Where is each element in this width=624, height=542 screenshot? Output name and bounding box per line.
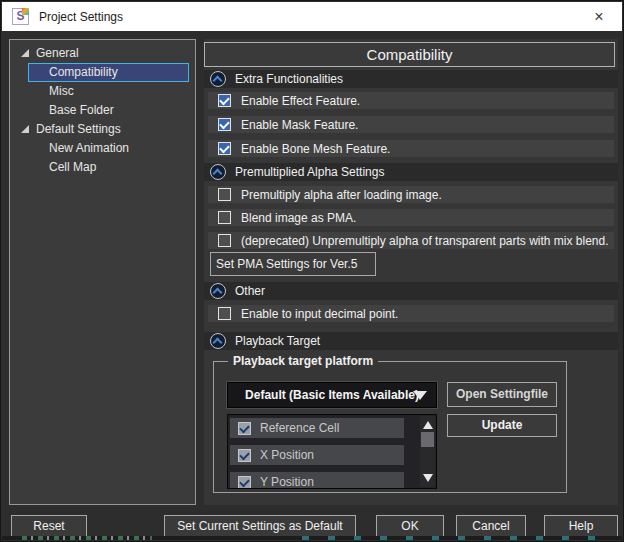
tree-item-compatibility[interactable]: Compatibility <box>10 63 195 82</box>
collapse-chevron-icon[interactable] <box>210 71 226 87</box>
list-scrollbar[interactable] <box>420 416 435 487</box>
list-item[interactable]: Y Position <box>230 472 404 489</box>
help-button[interactable]: Help <box>544 515 618 537</box>
section-header-pma[interactable]: Premultiplied Alpha Settings <box>204 163 618 181</box>
list-item-label: Y Position <box>260 475 314 489</box>
section-title: Other <box>235 284 265 298</box>
tree-item-general[interactable]: General <box>10 44 195 63</box>
settings-tree: General Compatibility Misc Base Folder D… <box>9 39 196 505</box>
checkbox-label: Enable Effect Feature. <box>241 94 360 108</box>
tree-item-label: Default Settings <box>36 120 121 139</box>
checkbox-label: Enable to input decimal point. <box>241 307 398 321</box>
tree-item-default-settings[interactable]: Default Settings <box>10 120 195 139</box>
tree-item-new-animation[interactable]: New Animation <box>10 139 195 158</box>
scroll-up-icon[interactable] <box>423 421 433 429</box>
collapse-chevron-icon[interactable] <box>210 164 226 180</box>
list-item-label: Reference Cell <box>260 421 339 435</box>
checkbox-enable-bone-mesh[interactable] <box>218 142 231 155</box>
tree-item-cell-map[interactable]: Cell Map <box>10 158 195 177</box>
tree-item-label: Misc <box>49 82 74 101</box>
tree-item-label: Cell Map <box>49 158 96 177</box>
checkbox-unpremultiply-deprecated[interactable] <box>218 234 231 247</box>
list-item[interactable]: Reference Cell <box>230 418 404 438</box>
checkbox-row-enable-mask: Enable Mask Feature. <box>208 116 614 133</box>
tree-item-label: Base Folder <box>49 101 114 120</box>
scrollbar-thumb[interactable] <box>421 432 434 447</box>
set-pma-settings-button[interactable]: Set PMA Settings for Ver.5 com... <box>210 252 376 276</box>
checkbox-row-premultiply-alpha: Premultiply alpha after loading image. <box>208 186 614 203</box>
tree-item-label: General <box>36 44 79 63</box>
checkbox-enable-mask[interactable] <box>218 118 231 131</box>
section-header-playback-target[interactable]: Playback Target <box>204 332 618 350</box>
close-icon[interactable]: × <box>583 4 615 30</box>
tree-item-label: New Animation <box>49 139 129 158</box>
checkbox-row-decimal-point: Enable to input decimal point. <box>208 305 614 322</box>
reset-button[interactable]: Reset <box>11 515 87 537</box>
set-current-settings-as-default-button[interactable]: Set Current Settings as Default <box>164 515 356 537</box>
collapse-chevron-icon[interactable] <box>210 333 226 349</box>
checkbox-label: Enable Mask Feature. <box>241 118 358 132</box>
checkbox-row-enable-bone-mesh: Enable Bone Mesh Feature. <box>208 140 614 157</box>
background-app-pixels <box>22 536 152 540</box>
window-title: Project Settings <box>39 10 123 24</box>
tree-item-base-folder[interactable]: Base Folder <box>10 101 195 120</box>
page-title: Compatibility <box>204 42 615 67</box>
section-title: Extra Functionalities <box>235 72 343 86</box>
checkbox-row-enable-effect: Enable Effect Feature. <box>208 92 614 109</box>
playback-attributes-list[interactable]: Reference Cell X Position Y Position <box>227 414 437 489</box>
dropdown-value: Default (Basic Items Available) <box>245 388 419 402</box>
background-app-pixels <box>302 536 612 540</box>
list-item-label: X Position <box>260 448 314 462</box>
selected-highlight[interactable]: Compatibility <box>28 63 189 82</box>
tree-item-misc[interactable]: Misc <box>10 82 195 101</box>
title-bar: S Project Settings × <box>2 2 622 31</box>
checkbox-reference-cell <box>238 422 251 435</box>
checkbox-row-blend-as-pma: Blend image as PMA. <box>208 209 614 226</box>
update-button[interactable]: Update <box>447 414 557 437</box>
checkbox-label: Premultiply alpha after loading image. <box>241 188 442 202</box>
checkbox-row-unpremultiply-deprecated: (deprecated) Unpremultiply alpha of tran… <box>208 232 614 249</box>
app-logo-icon: S <box>12 8 29 25</box>
collapse-chevron-icon[interactable] <box>210 283 226 299</box>
scroll-down-icon[interactable] <box>423 474 433 482</box>
checkbox-label: (deprecated) Unpremultiply alpha of tran… <box>241 234 609 248</box>
checkbox-label: Enable Bone Mesh Feature. <box>241 142 390 156</box>
checkbox-y-position <box>238 476 251 489</box>
background-app-sliver <box>2 536 622 540</box>
playback-target-platform-groupbox: Playback target platform Default (Basic … <box>213 361 567 493</box>
section-header-other[interactable]: Other <box>204 282 618 300</box>
groupbox-label: Playback target platform <box>228 354 378 369</box>
list-item[interactable]: X Position <box>230 445 404 465</box>
platform-dropdown[interactable]: Default (Basic Items Available) <box>227 382 437 408</box>
tree-item-label: Compatibility <box>49 64 118 81</box>
checkbox-premultiply-alpha[interactable] <box>218 188 231 201</box>
cancel-button[interactable]: Cancel <box>456 515 526 537</box>
section-title: Playback Target <box>235 334 320 348</box>
open-settingfile-button[interactable]: Open Settingfile <box>447 382 557 407</box>
checkbox-label: Blend image as PMA. <box>241 211 356 225</box>
settings-panel: Compatibility Extra Functionalities Enab… <box>204 39 618 505</box>
checkbox-decimal-point[interactable] <box>218 307 231 320</box>
section-header-extra-functionalities[interactable]: Extra Functionalities <box>204 70 618 88</box>
checkbox-x-position <box>238 449 251 462</box>
expanded-triangle-icon[interactable] <box>21 125 29 133</box>
expanded-triangle-icon[interactable] <box>21 49 29 57</box>
ok-button[interactable]: OK <box>376 515 444 537</box>
project-settings-dialog: S Project Settings × General Compatibili… <box>0 0 624 542</box>
checkbox-enable-effect[interactable] <box>218 94 231 107</box>
checkbox-blend-as-pma[interactable] <box>218 211 231 224</box>
chevron-down-icon <box>413 391 427 400</box>
section-title: Premultiplied Alpha Settings <box>235 165 384 179</box>
